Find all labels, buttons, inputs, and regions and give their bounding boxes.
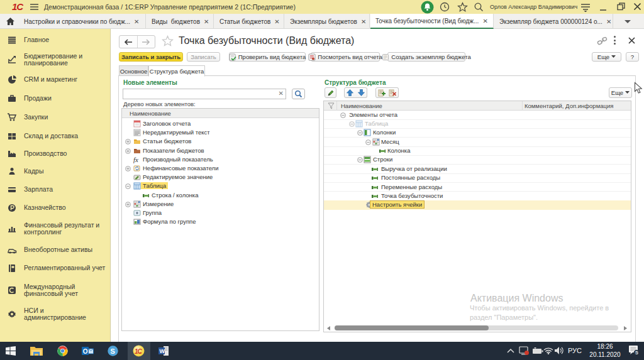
svg-text:5: 5: [635, 350, 638, 355]
svg-text:O: O: [83, 348, 88, 355]
svg-text:fx: fx: [133, 156, 138, 163]
svg-text:1С: 1С: [135, 348, 143, 355]
svg-text:S: S: [111, 347, 115, 355]
svg-text:W: W: [160, 348, 165, 354]
